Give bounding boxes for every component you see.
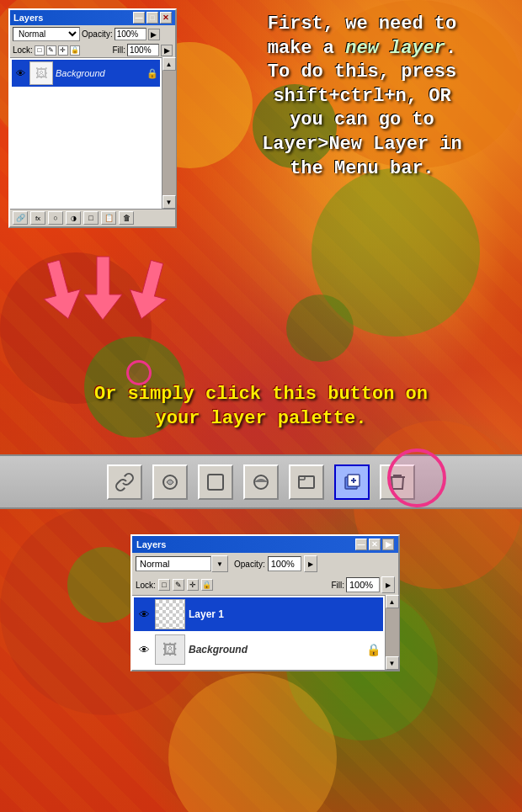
- toolbar-btn-new-layer[interactable]: [334, 464, 370, 500]
- toolbar-btn-folder[interactable]: [289, 464, 324, 500]
- lock-icons-top: □ ✎ ✛ 🔒: [35, 45, 80, 56]
- svg-rect-7: [299, 476, 305, 480]
- toolbar-btn-fx[interactable]: [152, 464, 188, 500]
- instruction-line6: Layer>New Layer in: [210, 133, 514, 157]
- panel-titlebar-top: Layers — □ ✕: [10, 10, 175, 25]
- scroll-up-top[interactable]: ▲: [162, 57, 176, 71]
- fill-section-bottom: Fill: 100% ▶: [331, 576, 395, 593]
- link-btn-top[interactable]: 🔗: [13, 211, 28, 225]
- scroll-track-top[interactable]: [162, 71, 176, 195]
- svg-marker-2: [124, 257, 176, 323]
- layer-thumb-bg-top: 🖼: [29, 61, 53, 85]
- instruction-line4: shift+ctrl+n, OR: [210, 85, 514, 109]
- panel-more-top[interactable]: ▶: [148, 29, 160, 40]
- toolbar-strip: [0, 454, 522, 509]
- titlebar-controls-bottom: — ✕ ▶: [355, 539, 394, 550]
- svg-rect-4: [208, 475, 223, 490]
- scroll-track-bottom[interactable]: [386, 608, 399, 656]
- layers-area-bottom: 👁 Layer 1 👁 🖼 Background 🔒: [132, 595, 385, 670]
- scrollbar-bottom: ▲ ▼: [385, 595, 398, 670]
- panel-titlebar-bottom: Layers — ✕ ▶: [132, 536, 398, 553]
- lock-pen-top[interactable]: ✎: [46, 45, 56, 56]
- lock-move-bottom[interactable]: ✛: [187, 579, 199, 591]
- lock-pen-bottom[interactable]: ✎: [173, 579, 184, 591]
- layer-lock-bg-top: 🔒: [146, 68, 158, 79]
- adj-btn-top[interactable]: ◑: [66, 211, 81, 225]
- blend-opacity-row-top: Normal Opacity: ▶: [10, 25, 175, 43]
- layer-background-item[interactable]: 👁 🖼 Background 🔒: [134, 633, 383, 666]
- layers-area-top: 👁 🖼 Background 🔒: [10, 57, 162, 209]
- panel-minimize-bottom[interactable]: —: [355, 539, 367, 550]
- eye-icon-bg-top[interactable]: 👁: [13, 66, 27, 80]
- lock-label-bottom: Lock:: [136, 581, 156, 590]
- lock-label-top: Lock:: [13, 45, 33, 55]
- svg-marker-1: [84, 257, 122, 320]
- decorative-arrows-top: [25, 252, 194, 337]
- bottom-layers-panel-container: Layers — ✕ ▶ Normal ▼ Opacity: 100% ▶ Lo…: [130, 534, 400, 671]
- lock-box-top[interactable]: □: [35, 45, 45, 56]
- fx-btn-top[interactable]: fx: [30, 211, 45, 225]
- lock-all-top[interactable]: 🔒: [70, 45, 80, 56]
- instruction-line7: the Menu bar.: [210, 157, 514, 182]
- eye-icon-layer1[interactable]: 👁: [136, 607, 152, 622]
- scrollbar-top: ▲ ▼: [162, 57, 175, 209]
- panel-title-top: Layers: [13, 13, 43, 23]
- toolbar-btn-link[interactable]: [107, 464, 142, 500]
- minimize-button-top[interactable]: —: [133, 12, 145, 24]
- layer-1-item[interactable]: 👁 Layer 1: [134, 597, 383, 631]
- lock-fill-row-top: Lock: □ ✎ ✛ 🔒 Fill: ▶: [10, 43, 175, 57]
- layer-thumb-layer1: [155, 599, 185, 629]
- opacity-label-top: Opacity:: [82, 29, 113, 39]
- fill-arrow-top[interactable]: ▶: [161, 45, 173, 56]
- layers-content-top: 👁 🖼 Background 🔒 ▲ ▼: [10, 57, 175, 209]
- instruction-line5: you can go to: [210, 109, 514, 133]
- lock-box-bottom[interactable]: □: [158, 579, 170, 591]
- fill-label-bottom: Fill:: [331, 581, 344, 590]
- layer-name-layer1: Layer 1: [189, 608, 381, 620]
- titlebar-buttons-top: — □ ✕: [133, 12, 172, 24]
- opacity-arrow-bottom[interactable]: ▶: [304, 555, 317, 572]
- new-layer-btn-highlight-top: [126, 360, 152, 385]
- layers-panel-top: Layers — □ ✕ Normal Opacity: ▶ Lock: □ ✎…: [8, 8, 177, 228]
- fill-arrow-bottom[interactable]: ▶: [381, 576, 395, 593]
- layer-name-bg-top: Background: [56, 68, 144, 78]
- panel-close-bottom[interactable]: ✕: [369, 539, 381, 550]
- folder-btn-top[interactable]: □: [83, 211, 99, 225]
- eye-icon-background[interactable]: 👁: [136, 642, 152, 657]
- opacity-label-bottom: Opacity:: [234, 560, 265, 569]
- lock-all-bottom[interactable]: 🔒: [201, 579, 213, 591]
- layer-thumb-background: 🖼: [155, 634, 185, 665]
- toolbar-btn-delete[interactable]: [380, 464, 415, 500]
- svg-marker-0: [35, 257, 88, 323]
- panel-bottom-bar-top: 🔗 fx ○ ◑ □ 📋 🗑: [10, 209, 175, 226]
- panel-title-bottom: Layers: [136, 539, 166, 549]
- scroll-down-top[interactable]: ▼: [162, 195, 176, 209]
- fill-input-top[interactable]: [127, 44, 159, 56]
- lock-fill-row-bottom: Lock: □ ✎ ✛ 🔒 Fill: 100% ▶: [132, 575, 398, 595]
- blend-mode-select-top[interactable]: Normal: [13, 27, 80, 41]
- lock-move-top[interactable]: ✛: [58, 45, 68, 56]
- scroll-up-bottom[interactable]: ▲: [386, 595, 399, 608]
- layers-panel-bottom: Layers — ✕ ▶ Normal ▼ Opacity: 100% ▶ Lo…: [130, 534, 400, 671]
- click-line2: your layer palette.: [4, 407, 518, 432]
- panel-more-bottom[interactable]: ▶: [382, 539, 394, 550]
- layer-background-top[interactable]: 👁 🖼 Background 🔒: [12, 60, 160, 87]
- layers-list-container-bottom: 👁 Layer 1 👁 🖼 Background 🔒 ▲ ▼: [132, 595, 398, 670]
- scroll-down-bottom[interactable]: ▼: [386, 656, 399, 670]
- opacity-input-top[interactable]: [115, 28, 146, 40]
- delete-btn-top[interactable]: 🗑: [119, 211, 134, 225]
- opacity-value-bottom: 100%: [268, 556, 301, 571]
- instruction-line1: First, we need to: [210, 13, 514, 37]
- layer-lock-background: 🔒: [366, 643, 381, 656]
- mask-btn-top[interactable]: ○: [48, 211, 63, 225]
- toolbar-btn-adj[interactable]: [243, 464, 279, 500]
- close-button-top[interactable]: ✕: [160, 12, 172, 24]
- restore-button-top[interactable]: □: [146, 12, 158, 24]
- new-layer-btn-top[interactable]: 📋: [101, 211, 116, 225]
- toolbar-btn-mask[interactable]: [198, 464, 233, 500]
- top-layers-panel: Layers — □ ✕ Normal Opacity: ▶ Lock: □ ✎…: [8, 8, 194, 228]
- blend-opacity-row-bottom: Normal ▼ Opacity: 100% ▶: [132, 553, 398, 575]
- svg-rect-6: [299, 476, 314, 488]
- instruction-line2: make a new layer.: [210, 37, 514, 61]
- blend-dropdown-arrow-bottom[interactable]: ▼: [211, 555, 228, 572]
